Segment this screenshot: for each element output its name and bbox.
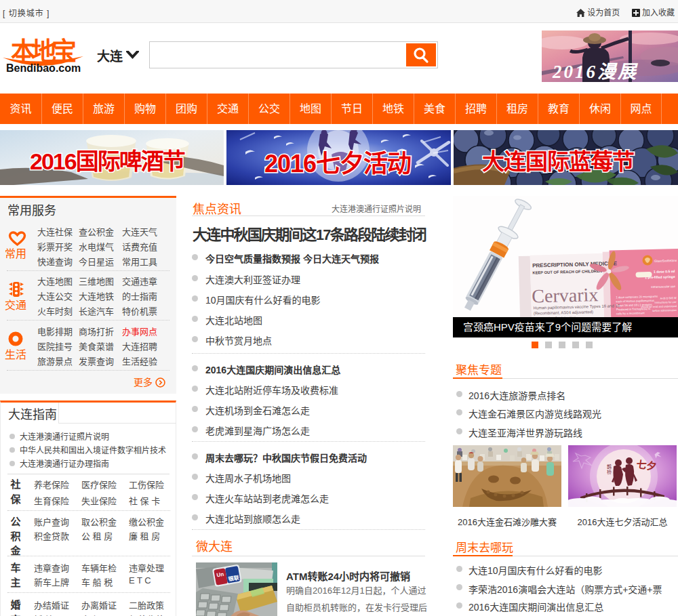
svg-text:1 dose 0.5 ml: 1 dose 0.5 ml — [654, 269, 675, 274]
svg-text:大连国际蓝莓节: 大连国际蓝莓节 — [482, 149, 634, 174]
svg-text:Cervarix: Cervarix — [532, 284, 599, 307]
svg-text:Un: Un — [216, 571, 224, 579]
svg-text:桥: 桥 — [607, 469, 612, 475]
svg-text:Intramuscular use: Intramuscular use — [651, 285, 675, 289]
svg-text:2016七夕活动: 2016七夕活动 — [264, 150, 411, 178]
svg-text:Instructions for use: Instructions for use — [654, 301, 676, 304]
svg-text:Bendibao.com: Bendibao.com — [6, 62, 81, 74]
svg-text:A-05 D 545 W: A-05 D 545 W — [660, 297, 677, 300]
svg-text:2016漫展: 2016漫展 — [552, 62, 638, 82]
svg-text:2016国际啤酒节: 2016国际啤酒节 — [30, 148, 185, 174]
svg-text:鹊: 鹊 — [607, 464, 612, 470]
svg-text:GlaxoSmithKline: GlaxoSmithKline — [654, 259, 677, 263]
